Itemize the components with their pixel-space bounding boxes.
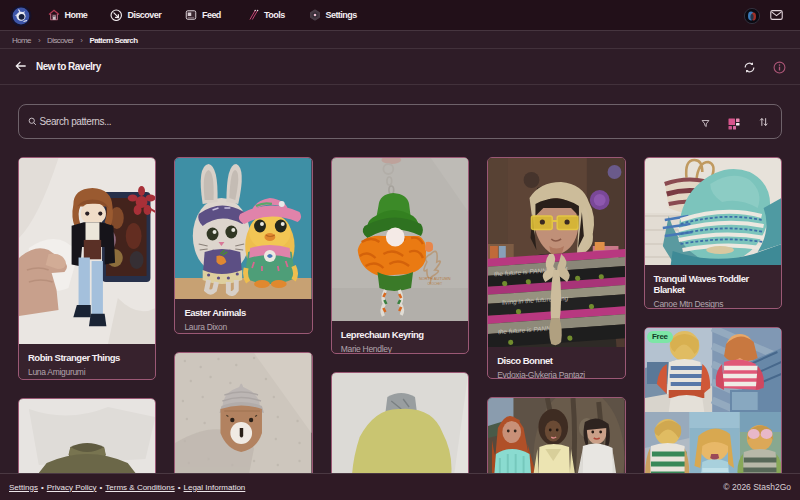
- svg-text:CROCHET: CROCHET: [427, 282, 442, 286]
- svg-text:NORTH AUTUMN: NORTH AUTUMN: [419, 276, 451, 281]
